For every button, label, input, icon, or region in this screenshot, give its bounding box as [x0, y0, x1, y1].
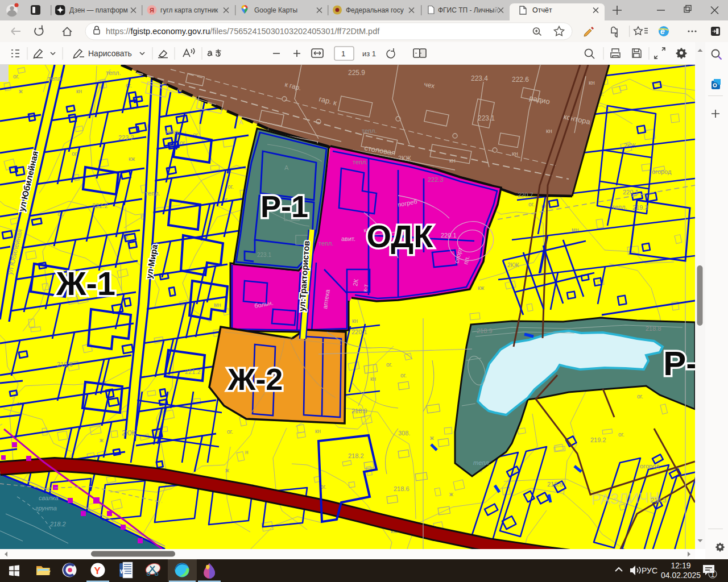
svg-text:грунта: грунта — [35, 505, 57, 512]
svg-text:тепл.: тепл. — [165, 128, 180, 135]
svg-text:тепл.: тепл. — [612, 203, 627, 210]
svg-text:https://fgistp.economy.gov.ru/: https://fgistp.economy.gov.ru/files/7565… — [106, 27, 380, 36]
svg-text:219.6: 219.6 — [57, 361, 73, 368]
svg-text:кн: кн — [315, 428, 321, 434]
svg-text:218.6: 218.6 — [394, 485, 410, 492]
svg-text:225.9: 225.9 — [348, 69, 365, 77]
svg-text:тепл.: тепл. — [318, 240, 333, 247]
svg-text:w: w — [119, 567, 126, 575]
svg-text:223.4: 223.4 — [471, 74, 488, 82]
svg-text:ог.: ог. — [13, 73, 19, 80]
svg-text:Дзен — платформ: Дзен — платформ — [69, 6, 128, 14]
svg-text:тепл.: тепл. — [145, 190, 160, 197]
svg-text:свалка: свалка — [39, 494, 59, 501]
svg-text:220.7: 220.7 — [518, 192, 533, 198]
svg-text:тепл.: тепл. — [106, 69, 121, 76]
svg-text:ж: ж — [100, 437, 104, 443]
svg-text:218.2: 218.2 — [49, 521, 66, 527]
svg-text:2КЖ: 2КЖ — [507, 262, 519, 268]
svg-text:ж: ж — [19, 88, 23, 94]
svg-text:221.2: 221.2 — [185, 368, 201, 375]
svg-text:тепл.: тепл. — [362, 127, 377, 134]
svg-text:ог.: ог. — [386, 361, 392, 368]
svg-text:ог.: ог. — [400, 372, 407, 379]
svg-text:ог.: ог. — [528, 201, 535, 207]
svg-text:ж: ж — [449, 491, 453, 497]
svg-text:12:19: 12:19 — [671, 561, 690, 570]
svg-text:ог.: ог. — [618, 431, 624, 438]
svg-text:218.9: 218.9 — [351, 408, 367, 414]
svg-text:223.1: 223.1 — [478, 114, 495, 122]
svg-text:218.8: 218.8 — [646, 325, 661, 332]
svg-text:огород: огород — [640, 463, 660, 469]
svg-text:кн: кн — [449, 157, 456, 164]
svg-text:Федеральная госу: Федеральная госу — [346, 6, 404, 14]
svg-text:кж: кж — [478, 285, 484, 291]
svg-text:Ж-2: Ж-2 — [228, 362, 283, 396]
svg-text:тепл.: тепл. — [48, 75, 63, 82]
svg-text:кн: кн — [546, 127, 552, 134]
svg-text:гугл карта спутник: гугл карта спутник — [160, 6, 218, 14]
svg-text:218.5: 218.5 — [547, 481, 563, 488]
svg-text:РУС: РУС — [642, 566, 657, 575]
svg-text:н: н — [245, 449, 249, 455]
svg-text:ж: ж — [430, 435, 434, 441]
svg-text:Нарисовать: Нарисовать — [88, 49, 132, 58]
svg-text:из 1: из 1 — [362, 49, 376, 58]
svg-text:04.02.2025: 04.02.2025 — [661, 571, 701, 580]
svg-text:ОДК: ОДК — [367, 218, 434, 254]
svg-text:1: 1 — [341, 49, 345, 58]
svg-text:Я: Я — [150, 7, 154, 14]
svg-text:А: А — [284, 164, 289, 171]
svg-text:222.2: 222.2 — [92, 202, 108, 209]
svg-text:220.1: 220.1 — [623, 189, 639, 196]
svg-text:Y: Y — [94, 566, 101, 576]
svg-text:222.6: 222.6 — [512, 76, 529, 84]
svg-text:218.2: 218.2 — [348, 452, 364, 459]
svg-text:e: e — [660, 27, 665, 36]
svg-text:огород: огород — [652, 168, 672, 175]
svg-text:220.1: 220.1 — [441, 232, 457, 239]
svg-text:Р-1: Р-1 — [260, 189, 308, 223]
svg-text:РАЗЛИЧН: РАЗЛИЧН — [591, 489, 660, 508]
svg-text:тепл.: тепл. — [353, 159, 367, 165]
svg-text:Ж-1: Ж-1 — [56, 265, 115, 302]
svg-text:223.2: 223.2 — [118, 134, 134, 141]
svg-text:308.: 308. — [398, 430, 410, 436]
svg-text:кж: кж — [129, 156, 135, 162]
svg-text:219.3: 219.3 — [632, 204, 648, 211]
svg-text:223.1: 223.1 — [257, 252, 271, 258]
svg-text:1: 1 — [711, 571, 715, 579]
svg-text:ог.: ог. — [228, 184, 234, 190]
svg-text:кн: кн — [512, 150, 518, 157]
svg-text:Р-1: Р-1 — [663, 344, 695, 383]
svg-text:ог.: ог. — [637, 393, 643, 400]
svg-text:авит.: авит. — [341, 235, 355, 242]
svg-text:кн: кн — [370, 376, 376, 382]
svg-text:тепл.: тепл. — [473, 459, 491, 466]
svg-text:218.9: 218.9 — [477, 327, 493, 334]
svg-text:кн: кн — [589, 79, 595, 86]
svg-text:ог.: ог. — [227, 429, 233, 435]
svg-text:ФГИС ТП - Личный: ФГИС ТП - Личный — [438, 6, 498, 14]
svg-text:кн: кн — [352, 318, 358, 324]
svg-text:Google Карты: Google Карты — [254, 6, 297, 14]
svg-text:218.3: 218.3 — [651, 497, 667, 504]
svg-text:2КЖ: 2КЖ — [122, 429, 136, 437]
svg-text:кн: кн — [76, 88, 82, 94]
svg-text:222.3: 222.3 — [428, 176, 444, 183]
svg-text:к-т: к-т — [361, 284, 369, 292]
svg-text:220.1: 220.1 — [351, 329, 367, 335]
svg-text:Отчёт: Отчёт — [532, 6, 552, 14]
svg-text:219.2: 219.2 — [590, 436, 606, 443]
svg-text:мн: мн — [214, 302, 221, 308]
svg-text:А: А — [239, 119, 243, 126]
svg-text:ж: ж — [225, 467, 229, 473]
